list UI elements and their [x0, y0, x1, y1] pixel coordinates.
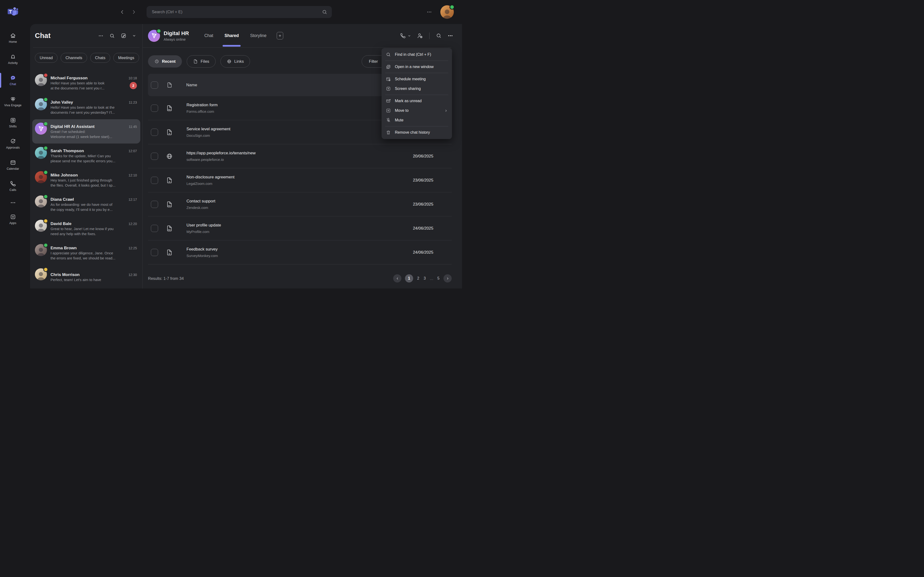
pdf-file-icon: PDF: [166, 225, 173, 232]
table-row[interactable]: PDFUser profile updateMyProfile.com24/06…: [148, 216, 452, 240]
conversation-item[interactable]: Sarah Thompson12:07Thanks for the update…: [32, 143, 140, 168]
conversation-item[interactable]: John Valley11:23Hello! Have you been abl…: [32, 95, 140, 119]
menu-divider: [385, 73, 448, 73]
user-avatar[interactable]: [440, 5, 454, 19]
page-button-3[interactable]: 3: [423, 276, 426, 280]
chat-options-icon[interactable]: [98, 33, 104, 39]
find-in-chat-icon[interactable]: [436, 33, 442, 39]
filter-chip-meetings[interactable]: Meetings: [113, 53, 139, 63]
page-button-2[interactable]: 2: [417, 276, 420, 280]
conversation-name: Michael Fergusson: [50, 76, 126, 81]
file-source: SurveyMonkey.com: [186, 254, 218, 258]
filter-chip-chats[interactable]: Chats: [90, 53, 110, 63]
sidebar-item-apps[interactable]: Apps: [0, 209, 26, 230]
sidebar-item-calendar[interactable]: Calendar: [0, 154, 26, 176]
sidebar-item-chat[interactable]: Chat: [0, 70, 26, 91]
conversation-content: David Bale12:20Great to hear, Jane! Let …: [50, 221, 137, 236]
add-people-icon[interactable]: [417, 32, 423, 39]
avatar: [35, 195, 47, 208]
approvals-icon: [10, 138, 16, 145]
sidebar-item-calls[interactable]: Calls: [0, 176, 26, 197]
avatar: [440, 5, 454, 19]
table-row[interactable]: PDFContact supportZendesk.com23/06/2025: [148, 192, 452, 216]
call-button[interactable]: [400, 33, 411, 39]
file-title: Registration form: [186, 103, 218, 108]
filter-chip-channels[interactable]: Channels: [61, 53, 87, 63]
table-row[interactable]: https://app.peopleforce.io/tenants/newso…: [148, 144, 452, 168]
row-checkbox[interactable]: [151, 225, 158, 232]
table-row[interactable]: wNon-disclosure agreementLegalZoom.com23…: [148, 168, 452, 192]
file-info: Registration formForms.office.com: [186, 103, 218, 113]
add-tab-button[interactable]: [277, 32, 283, 39]
previous-page-button[interactable]: [393, 274, 401, 282]
new-chat-icon[interactable]: [121, 33, 126, 39]
menu-item-mute[interactable]: Mute: [382, 115, 452, 125]
conversation-time: 12:20: [129, 222, 137, 226]
sidebar-item-more[interactable]: [0, 197, 26, 209]
conversation-preview: Great to hear, Jane! Let me know if you …: [50, 226, 137, 236]
menu-item-open-in-a-new-window[interactable]: Open in a new window: [382, 62, 452, 72]
row-checkbox[interactable]: [151, 153, 158, 160]
menu-item-label: Screen sharing: [395, 87, 421, 91]
page-ellipsis: …: [430, 276, 433, 280]
row-checkbox[interactable]: [151, 201, 158, 208]
menu-item-find-in-chat-ctrl-f[interactable]: Find in chat (Ctrl + F): [382, 50, 452, 60]
menu-item-screen-sharing[interactable]: Screen sharing: [382, 84, 452, 93]
menu-item-mark-as-unread[interactable]: Mark as unread: [382, 96, 452, 106]
sidebar-item-shifts[interactable]: Shifts: [0, 112, 26, 133]
conversation-name: David Bale: [50, 221, 126, 226]
conversation-bottom-row: As for onboarding: we do have most of th…: [50, 202, 137, 212]
sidebar-item-approvals[interactable]: Approvals: [0, 133, 26, 154]
tab-shared[interactable]: Shared: [225, 24, 239, 47]
filter-chip-unread[interactable]: Unread: [35, 53, 58, 63]
table-row[interactable]: wFeedback surveySurveyMonkey.com24/06/20…: [148, 240, 452, 264]
next-page-button[interactable]: [443, 274, 452, 282]
conversation-content: Digital HR AI Assistant11:45Great! I've …: [50, 124, 137, 139]
tab-storyline[interactable]: Storyline: [250, 24, 267, 47]
status-online-icon: [44, 98, 47, 101]
global-search-input[interactable]: [147, 10, 332, 15]
page-button-5[interactable]: 5: [437, 276, 440, 280]
menu-item-schedule-meeting[interactable]: Schedule meeting: [382, 74, 452, 84]
conversation-item[interactable]: Digital HR AI Assistant11:45Great! I've …: [32, 119, 140, 143]
svg-text:w: w: [168, 253, 170, 255]
global-search[interactable]: [147, 6, 332, 18]
header-divider: [429, 32, 430, 39]
forward-arrow-icon[interactable]: [131, 10, 136, 15]
row-checkbox[interactable]: [151, 105, 158, 112]
recent-view-button[interactable]: Recent: [148, 55, 182, 68]
sidebar-item-home[interactable]: Home: [0, 27, 26, 48]
page-button-1[interactable]: 1: [405, 274, 413, 282]
sidebar-item-viva-engage[interactable]: Viva Engage: [0, 91, 26, 112]
chat-search-icon[interactable]: [109, 33, 115, 39]
conversation-item[interactable]: Mike Johnson12:10Hey team, I just finish…: [32, 168, 140, 192]
conversation-item[interactable]: Diana Crawl12:17As for onboarding: we do…: [32, 192, 140, 216]
conversation-name: Mike Johnson: [50, 173, 126, 178]
conversation-name: Emma Brown: [50, 246, 126, 250]
menu-item-move-to[interactable]: Move to: [382, 106, 452, 115]
svg-text:PDF: PDF: [168, 229, 171, 230]
links-view-button[interactable]: Links: [220, 55, 250, 68]
chat-list-panel: Chat UnreadChannelsChatsMeetings Michael…: [30, 24, 143, 288]
files-view-button[interactable]: Files: [187, 55, 216, 68]
row-checkbox[interactable]: [151, 129, 158, 136]
sidebar-item-activity[interactable]: Activity: [0, 48, 26, 70]
chevron-down-icon[interactable]: [132, 34, 136, 38]
topbar-more-icon[interactable]: [426, 9, 432, 15]
chat-more-icon[interactable]: [447, 33, 453, 39]
conversation-item[interactable]: Emma Brown12:25I appreciate your diligen…: [32, 241, 140, 265]
conversation-item[interactable]: Michael Fergusson10:18Hello! Have you be…: [32, 71, 140, 95]
menu-item-remove-chat-history[interactable]: Remove chat history: [382, 128, 452, 137]
row-checkbox[interactable]: [151, 249, 158, 256]
row-checkbox[interactable]: [151, 177, 158, 184]
back-arrow-icon[interactable]: [120, 10, 125, 15]
tab-chat[interactable]: Chat: [204, 24, 213, 47]
apps-icon: [10, 214, 16, 220]
conversation-item[interactable]: Chris Morrison12:30Perfect, team! Let's …: [32, 265, 140, 288]
status-away-icon: [44, 219, 47, 222]
chat-header-underline: [143, 47, 451, 48]
conversation-item[interactable]: David Bale12:20Great to hear, Jane! Let …: [32, 216, 140, 241]
file-date: 23/06/2025: [413, 178, 452, 183]
select-all-checkbox[interactable]: [151, 82, 158, 89]
menu-divider: [385, 95, 448, 95]
